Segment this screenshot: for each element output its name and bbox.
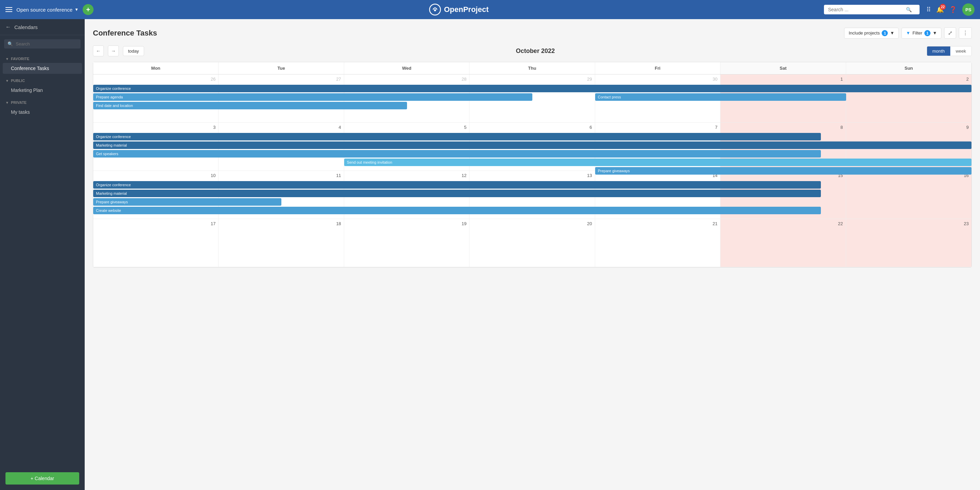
- logo-text: OpenProject: [444, 5, 488, 14]
- calendar-header: Conference Tasks Include projects 1 ▼ ▼ …: [93, 27, 972, 38]
- day-cell-3-1[interactable]: 18: [218, 219, 344, 267]
- include-projects-button[interactable]: Include projects 1 ▼: [844, 28, 899, 38]
- nav-icons: ⠿ 🔔 22 ❓ PS: [926, 3, 975, 16]
- event-bar-0-0[interactable]: Organize conference: [93, 85, 972, 92]
- header-fri: Fri: [595, 62, 721, 74]
- header-sat: Sat: [721, 62, 846, 74]
- header-thu: Thu: [469, 62, 595, 74]
- chevron-down-icon-5: ▼: [932, 30, 937, 35]
- sidebar-resize-handle[interactable]: [83, 19, 85, 490]
- project-chevron-icon: ▼: [75, 7, 78, 12]
- event-bar-1-3[interactable]: Send out meeting invitation: [344, 158, 972, 166]
- calendar-title: Conference Tasks: [93, 29, 157, 38]
- calendar-grid: Mon Tue Wed Thu Fri Sat Sun 262728293012…: [93, 62, 972, 268]
- global-search-input[interactable]: [828, 7, 903, 12]
- event-bar-2-2[interactable]: Prepare giveaways: [93, 198, 282, 206]
- event-bar-2-3[interactable]: Create website: [93, 207, 821, 214]
- sidebar-section-public: ▼ PUBLIC: [0, 75, 85, 84]
- event-bar-1-1[interactable]: Marketing material: [93, 142, 972, 149]
- next-month-button[interactable]: →: [108, 45, 119, 56]
- today-button[interactable]: today: [123, 46, 144, 56]
- more-options-button[interactable]: ⋮: [959, 27, 972, 38]
- filter-count: 1: [924, 30, 931, 36]
- filter-icon: ▼: [906, 30, 910, 35]
- hamburger-menu[interactable]: [5, 7, 12, 12]
- sidebar-title: Calendars: [14, 24, 38, 30]
- add-button[interactable]: +: [83, 4, 94, 15]
- logo-icon: [429, 3, 441, 16]
- project-name[interactable]: Open source conference ▼: [16, 7, 78, 13]
- sidebar-search-input[interactable]: [16, 41, 77, 46]
- main-content: Conference Tasks Include projects 1 ▼ ▼ …: [85, 19, 980, 490]
- chevron-down-icon-4: ▼: [890, 30, 894, 35]
- sidebar-search[interactable]: 🔍: [4, 39, 81, 48]
- day-cell-3-2[interactable]: 19: [344, 219, 469, 267]
- sidebar: ← Calendars 🔍 ▼ FAVORITE Conference Task…: [0, 19, 85, 490]
- svg-point-1: [434, 9, 436, 11]
- event-bar-2-1[interactable]: Marketing material: [93, 190, 821, 197]
- sidebar-section-private-label[interactable]: ▼ PRIVATE: [5, 101, 79, 105]
- event-bar-2-0[interactable]: Organize conference: [93, 181, 821, 188]
- day-cell-3-4[interactable]: 21: [595, 219, 721, 267]
- sidebar-section-public-label[interactable]: ▼ PUBLIC: [5, 78, 79, 83]
- day-cell-3-0[interactable]: 17: [93, 219, 218, 267]
- sidebar-section-private: ▼ PRIVATE: [0, 96, 85, 106]
- event-bar-0-1[interactable]: Prepare agenda: [93, 93, 532, 101]
- sidebar-section-favorite-label[interactable]: ▼ FAVORITE: [5, 57, 79, 61]
- day-cell-0-6[interactable]: 2: [846, 75, 972, 122]
- week-row-2: 10111213141516Organize conferenceMarketi…: [93, 171, 972, 219]
- event-bar-0-3[interactable]: Find date and location: [93, 102, 407, 109]
- day-headers: Mon Tue Wed Thu Fri Sat Sun: [93, 62, 972, 75]
- view-toggle: month week: [927, 46, 972, 56]
- week-row-0: 262728293012Organize conferencePrepare a…: [93, 75, 972, 123]
- event-bar-1-0[interactable]: Organize conference: [93, 133, 821, 140]
- filter-button[interactable]: ▼ Filter 1 ▼: [902, 28, 942, 38]
- week-row-1: 3456789Organize conferenceMarketing mate…: [93, 123, 972, 171]
- day-cell-3-6[interactable]: 23: [846, 219, 972, 267]
- month-title: October 2022: [148, 48, 923, 55]
- notification-badge: 22: [940, 4, 946, 10]
- week-row-3: 17181920212223: [93, 219, 972, 267]
- week-view-button[interactable]: week: [950, 46, 972, 56]
- day-cell-3-5[interactable]: 22: [721, 219, 846, 267]
- sidebar-item-marketing-plan[interactable]: Marketing Plan: [3, 85, 82, 96]
- event-bar-0-2[interactable]: Contact press: [595, 93, 846, 101]
- sidebar-bottom: + Calendar: [0, 467, 85, 490]
- help-icon[interactable]: ❓: [949, 6, 957, 13]
- chevron-down-icon-3: ▼: [5, 101, 9, 105]
- top-nav: Open source conference ▼ + OpenProject 🔍…: [0, 0, 980, 19]
- search-icon: 🔍: [906, 7, 912, 12]
- sidebar-section-favorite: ▼ FAVORITE: [0, 53, 85, 62]
- month-view-button[interactable]: month: [927, 46, 950, 56]
- sidebar-search-icon: 🔍: [8, 41, 13, 46]
- header-tue: Tue: [218, 62, 344, 74]
- logo: OpenProject: [429, 3, 488, 16]
- sidebar-item-conference-tasks[interactable]: Conference Tasks: [3, 63, 82, 74]
- day-cell-3-3[interactable]: 20: [469, 219, 595, 267]
- chevron-down-icon-2: ▼: [5, 79, 9, 83]
- avatar[interactable]: PS: [962, 3, 975, 16]
- event-bar-1-2[interactable]: Get speakers: [93, 150, 821, 158]
- notifications-icon[interactable]: 🔔 22: [936, 6, 944, 13]
- include-projects-count: 1: [882, 30, 888, 36]
- fullscreen-button[interactable]: ⤢: [944, 27, 956, 38]
- calendar-nav: ← → today October 2022 month week: [93, 45, 972, 56]
- calendar-body: 262728293012Organize conferencePrepare a…: [93, 75, 972, 267]
- day-cell-2-6[interactable]: 16: [846, 171, 972, 219]
- grid-icon[interactable]: ⠿: [926, 6, 931, 13]
- event-bar-1-4[interactable]: Prepare giveaways: [595, 167, 972, 175]
- back-arrow-icon[interactable]: ←: [5, 24, 11, 30]
- prev-month-button[interactable]: ←: [93, 45, 104, 56]
- add-calendar-button[interactable]: + Calendar: [5, 472, 79, 485]
- sidebar-item-my-tasks[interactable]: My tasks: [3, 107, 82, 118]
- chevron-down-icon: ▼: [5, 57, 9, 61]
- header-sun: Sun: [846, 62, 972, 74]
- header-wed: Wed: [344, 62, 469, 74]
- header-mon: Mon: [93, 62, 218, 74]
- global-search-bar[interactable]: 🔍: [824, 5, 920, 14]
